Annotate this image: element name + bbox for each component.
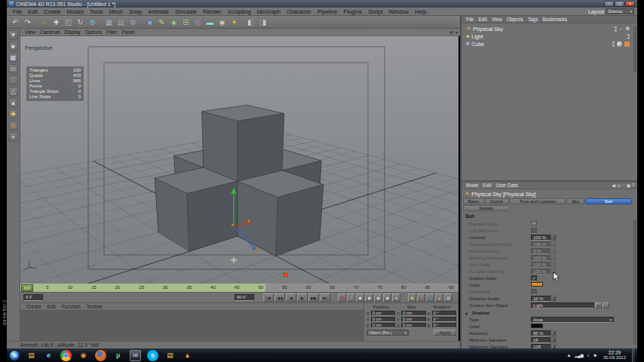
- tab-basic[interactable]: Basic: [463, 198, 484, 204]
- menubar-item[interactable]: MoGraph: [254, 8, 284, 15]
- record-position-button[interactable]: ◆: [356, 293, 364, 302]
- show-desktop-button[interactable]: [632, 348, 635, 362]
- undo-icon[interactable]: ↶: [10, 17, 21, 28]
- taskbar-icon-folder[interactable]: ▤: [164, 350, 176, 361]
- viewport-menu-item[interactable]: Filter: [104, 29, 119, 35]
- render-visibility-dot[interactable]: [627, 37, 630, 39]
- visibility-dots[interactable]: [615, 26, 617, 32]
- object-manager-menu-item[interactable]: Bookmarks: [540, 17, 569, 22]
- add-light-icon[interactable]: ☀: [228, 17, 240, 28]
- object-dropdown-icon[interactable]: ▾: [595, 302, 602, 308]
- close-button[interactable]: ×: [625, 1, 635, 7]
- viewport-scene[interactable]: [20, 36, 458, 284]
- snap-icon[interactable]: ◎: [8, 121, 18, 130]
- editor-visibility-dot[interactable]: [615, 26, 617, 29]
- intensity-field[interactable]: 100 %: [531, 235, 550, 241]
- menubar-item[interactable]: Help: [412, 8, 429, 15]
- gamma-correction-field[interactable]: 100 %: [531, 255, 550, 261]
- visibility-dots[interactable]: [627, 34, 630, 39]
- size-ratio-field[interactable]: 100 %: [531, 262, 550, 268]
- live-selection-icon[interactable]: ○: [38, 17, 50, 28]
- object-manager-menu-item[interactable]: Tags: [526, 17, 541, 22]
- object-manager-scrollbar[interactable]: [633, 26, 636, 72]
- spinner[interactable]: [551, 255, 557, 261]
- tray-flag-icon[interactable]: ⚑: [593, 353, 597, 358]
- sound-button[interactable]: ●: [426, 293, 434, 302]
- menubar-item[interactable]: Plugins: [341, 8, 366, 15]
- add-array-icon[interactable]: ⊞: [180, 17, 192, 28]
- rotate-icon[interactable]: ↻: [75, 17, 86, 28]
- taskbar-icon-media-player[interactable]: ◉: [78, 350, 89, 361]
- size-field[interactable]: 0 cm: [401, 323, 425, 328]
- material-menu-item[interactable]: Edit: [44, 304, 59, 309]
- tab-details[interactable]: Details: [463, 205, 510, 211]
- previous-key-button[interactable]: ◀◀: [274, 293, 285, 302]
- rotation-field[interactable]: 0 °: [432, 323, 456, 328]
- tab-sky[interactable]: Sky: [566, 198, 584, 204]
- preview-color-swatch[interactable]: [531, 221, 537, 225]
- menubar-item[interactable]: Script: [365, 8, 385, 15]
- lock-workplane-icon[interactable]: ●: [8, 132, 18, 142]
- layout-select[interactable]: Startup: [606, 8, 634, 14]
- menubar-item[interactable]: Render: [200, 8, 225, 15]
- goto-end-button[interactable]: ▶|: [320, 293, 330, 302]
- menubar-item[interactable]: Sculpting: [225, 8, 254, 15]
- model-mode-icon[interactable]: ■: [8, 41, 18, 51]
- enable-axis-icon[interactable]: ✚: [8, 109, 18, 119]
- coordinate-mode-select[interactable]: Object (Rel.): [366, 330, 409, 336]
- add-cube-icon[interactable]: ■: [144, 17, 155, 28]
- redo-icon[interactable]: ↷: [22, 17, 33, 28]
- viewport-menu-item[interactable]: Cameras: [38, 29, 62, 35]
- solver-button[interactable]: ▲: [435, 293, 443, 302]
- add-nurbs-icon[interactable]: ◈: [168, 17, 179, 28]
- taskbar-icon-messenger[interactable]: ✉: [130, 350, 141, 361]
- texture-tag-icon[interactable]: [624, 41, 630, 47]
- render-view-icon[interactable]: ▦: [103, 17, 115, 28]
- material-menu-item[interactable]: Create: [23, 304, 44, 309]
- scale-icon[interactable]: ◰: [63, 17, 74, 28]
- timeline-ruler[interactable]: 0 5 10 15 20 25 30 35 40 45 50 55 60 65 …: [20, 284, 458, 293]
- display-solo-icon[interactable]: ◧: [245, 17, 256, 28]
- object-row-light[interactable]: ● Light: [462, 32, 637, 40]
- taskbar-icon-chrome[interactable]: [60, 350, 72, 361]
- viewport-menu-item[interactable]: Options: [83, 29, 104, 35]
- menubar-item[interactable]: Character: [284, 8, 314, 15]
- record-scale-button[interactable]: ◆: [365, 293, 373, 302]
- lock-icon[interactable]: ▣: [627, 183, 631, 188]
- viewport-menu-item[interactable]: Display: [62, 29, 82, 35]
- timeline-current-frame-knob[interactable]: 0 F: [21, 284, 33, 292]
- menubar-item[interactable]: Snap: [126, 8, 146, 15]
- add-floor-icon[interactable]: ▬: [204, 17, 216, 28]
- menubar-item[interactable]: Window: [385, 8, 412, 15]
- tray-volume-icon[interactable]: ♪: [587, 353, 590, 358]
- use-sky-color-checkbox[interactable]: [531, 228, 537, 234]
- object-manager-menu-item[interactable]: Objects: [504, 17, 526, 22]
- position-field[interactable]: 0 cm: [371, 317, 395, 322]
- spinner[interactable]: [551, 330, 557, 336]
- taskbar-icon-firefox[interactable]: [95, 350, 106, 361]
- size-field[interactable]: 0 cm: [401, 317, 425, 322]
- aim-icon[interactable]: ◎: [617, 183, 621, 188]
- menubar-item[interactable]: Modes: [64, 8, 87, 15]
- viewport-menu-item[interactable]: Panel: [120, 29, 137, 35]
- hue-correction-field[interactable]: 0 %: [531, 248, 550, 254]
- target-tag-icon[interactable]: ⊕: [625, 26, 630, 32]
- distance-scale-field[interactable]: 10 %: [531, 296, 550, 302]
- record-parameter-button[interactable]: ◆: [383, 293, 391, 302]
- custom-color-checkbox[interactable]: ✓: [531, 275, 537, 281]
- attribute-manager-scrollbar[interactable]: [633, 220, 636, 345]
- tab-coord[interactable]: Coord.: [485, 198, 509, 204]
- object-browse-icon[interactable]: …: [603, 302, 609, 308]
- loop-button[interactable]: ◈: [417, 293, 425, 302]
- editor-visibility-dot[interactable]: [612, 41, 615, 44]
- intensity-spinner[interactable]: [551, 235, 557, 241]
- menubar-item[interactable]: Mesh: [106, 8, 126, 15]
- display-mode-icon[interactable]: ◨: [257, 17, 268, 28]
- points-mode-icon[interactable]: ∴: [8, 75, 18, 85]
- object-manager-menu-item[interactable]: Edit: [476, 17, 489, 22]
- menubar-item[interactable]: Simulate: [172, 8, 200, 15]
- record-pla-button[interactable]: ◆: [392, 293, 400, 302]
- as-seen-intensity-field[interactable]: 100 %: [531, 268, 550, 275]
- edges-mode-icon[interactable]: △: [8, 87, 18, 97]
- object-row-cube[interactable]: ■ Cube: [462, 40, 637, 48]
